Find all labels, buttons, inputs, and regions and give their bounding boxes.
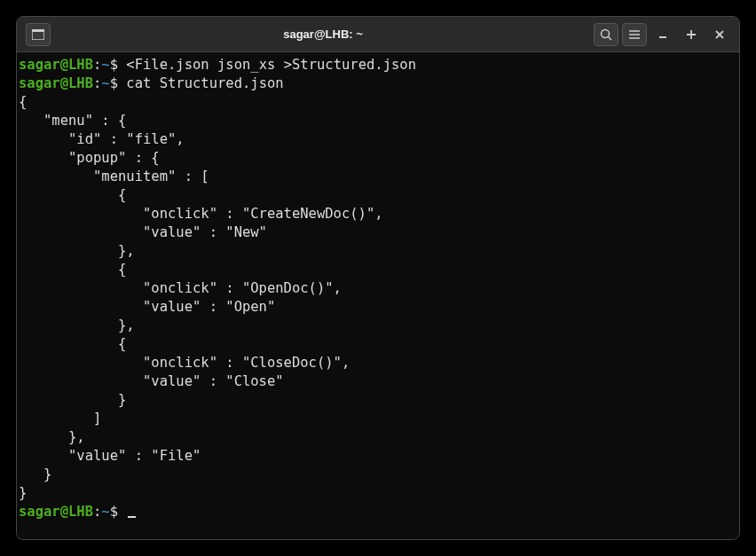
prompt-path: ~ — [101, 75, 109, 91]
prompt-colon: : — [93, 75, 101, 91]
output-line: "id" : "file", — [19, 130, 737, 149]
output-line: "menu" : { — [19, 112, 737, 130]
window-title: sagar@LHB: ~ — [52, 27, 594, 41]
new-tab-button[interactable] — [26, 23, 51, 46]
prompt-user: sagar@LHB — [19, 504, 93, 520]
output-line: "value" : "Close" — [19, 372, 737, 391]
prompt-colon: : — [93, 504, 101, 520]
output-line: "value" : "File" — [19, 447, 737, 466]
prompt-colon: : — [93, 57, 101, 73]
terminal-body[interactable]: sagar@LHB:~$ <File.json json_xs >Structu… — [17, 52, 739, 539]
svg-point-2 — [602, 29, 610, 37]
terminal-line: sagar@LHB:~$ <File.json json_xs >Structu… — [19, 56, 737, 74]
output-line: { — [19, 93, 737, 112]
search-button[interactable] — [594, 23, 618, 46]
output-line: "popup" : { — [19, 149, 737, 168]
svg-line-3 — [609, 36, 612, 40]
output-line: "menuitem" : [ — [19, 168, 737, 186]
titlebar: sagar@LHB: ~ — [17, 17, 739, 52]
output-line: "onclick" : "CreateNewDoc()", — [19, 205, 737, 223]
cursor — [128, 516, 136, 518]
minimize-button[interactable] — [650, 23, 675, 46]
prompt-path: ~ — [101, 504, 109, 520]
output-line: { — [19, 186, 737, 205]
terminal-line: sagar@LHB:~$ — [19, 503, 737, 521]
svg-rect-1 — [32, 29, 44, 32]
output-line: { — [19, 335, 737, 354]
maximize-button[interactable] — [679, 23, 704, 46]
prompt-dollar: $ — [110, 57, 127, 73]
prompt-path: ~ — [101, 57, 109, 73]
output-line: ] — [19, 410, 737, 428]
terminal-window: sagar@LHB: ~ sagar@LHB:~$ <File.json jso… — [16, 16, 740, 540]
output-line: } — [19, 484, 737, 503]
output-line: } — [19, 391, 737, 410]
maximize-icon — [686, 29, 697, 40]
prompt-user: sagar@LHB — [19, 75, 93, 91]
output-line: "value" : "New" — [19, 223, 737, 242]
close-button[interactable] — [707, 23, 732, 46]
command-text: cat Structured.json — [126, 75, 283, 91]
output-line: "onclick" : "OpenDoc()", — [19, 279, 737, 298]
minimize-icon — [658, 29, 668, 40]
output-line: "value" : "Open" — [19, 298, 737, 317]
hamburger-icon — [628, 29, 641, 40]
close-icon — [714, 29, 725, 40]
prompt-dollar: $ — [110, 504, 127, 520]
output-line: } — [19, 466, 737, 484]
terminal-line: sagar@LHB:~$ cat Structured.json — [19, 74, 737, 93]
search-icon — [600, 28, 612, 41]
prompt-dollar: $ — [110, 75, 127, 91]
menu-button[interactable] — [622, 23, 647, 46]
prompt-user: sagar@LHB — [19, 57, 93, 73]
command-text: <File.json json_xs >Structured.json — [126, 57, 416, 73]
terminal-icon — [32, 29, 44, 40]
output-line: }, — [19, 428, 737, 447]
output-line: }, — [19, 317, 737, 335]
output-line: "onclick" : "CloseDoc()", — [19, 354, 737, 372]
output-line: { — [19, 261, 737, 279]
output-line: }, — [19, 242, 737, 261]
